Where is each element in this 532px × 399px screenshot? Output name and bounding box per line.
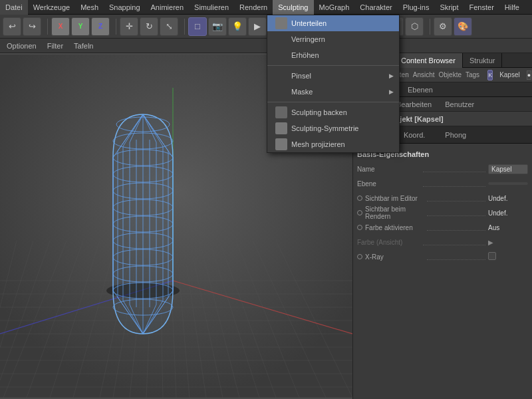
menu-item-backen[interactable]: Sculpting backen (267, 104, 399, 120)
prop-dots-ebene (423, 180, 486, 187)
prop-label-name: Name (357, 166, 420, 173)
toolbar-group-sculpt: ⚙ 🎨 (434, 17, 472, 36)
obj-icon: K (487, 70, 493, 80)
sep1 (47, 19, 48, 35)
menu-simulieren[interactable]: Simulieren (189, 0, 234, 15)
menu-item-symmetrie[interactable]: Sculpting-Symmetrie (267, 120, 399, 136)
radio-xray[interactable] (357, 254, 362, 259)
menu-werkzeuge[interactable]: Werkzeuge (28, 0, 75, 15)
menu-item-symmetrie-label: Sculpting-Symmetrie (291, 124, 358, 132)
props-content: Basis-Eigenschaften Name Kapsel Ebene Si… (353, 144, 532, 399)
obj-name-label: Kapsel (499, 71, 520, 78)
menu-item-pinsel[interactable]: Pinsel (267, 68, 399, 84)
undo-btn[interactable]: ↩ (3, 17, 21, 36)
toolbar2-tafeln[interactable]: Tafeln (71, 41, 96, 51)
obj-status-btn[interactable]: ● (527, 70, 531, 80)
radio-sichtbar-editor[interactable] (357, 196, 362, 201)
sculpt-color-btn[interactable]: 🎨 (454, 17, 472, 36)
sep2 (116, 19, 116, 35)
prop-value-farbe-aktivieren: Aus (488, 224, 528, 231)
prop-value-name[interactable]: Kapsel (488, 164, 528, 174)
menu-rendern[interactable]: Rendern (234, 0, 273, 15)
menu-item-erhoehen[interactable]: Erhöhen (267, 47, 399, 63)
tab-content-browser[interactable]: Content Browser (394, 53, 463, 68)
menu-item-projizieren[interactable]: Mesh projizieren (267, 136, 399, 152)
prop-dots-farbe-ansicht (423, 239, 486, 245)
anim-btn[interactable]: ▶ (248, 17, 267, 36)
prop-row-name: Name Kapsel (357, 162, 528, 176)
rotate-btn[interactable]: ↻ (140, 17, 158, 36)
radio-farbe-aktivieren[interactable] (357, 225, 362, 230)
menu-skript[interactable]: Skript (434, 0, 464, 15)
menu-sep-2 (267, 102, 399, 102)
prop-row-xray: X-Ray (357, 250, 528, 263)
subtab-ebenen[interactable]: Ebenen (400, 84, 440, 96)
toolbar-group-undo: ↩ ↪ (3, 17, 41, 36)
xray-checkbox[interactable] (488, 252, 496, 260)
prop-value-ebene[interactable] (488, 182, 528, 185)
header-label-objekte: Objekte (439, 71, 462, 78)
axis-x-btn[interactable]: X (51, 17, 70, 36)
prop-dots-name (423, 166, 486, 172)
prop-value-farbe-ansicht: ▶ (488, 239, 528, 246)
object-btn[interactable]: □ (188, 17, 207, 36)
toolbar-group-transform: ✛ ↻ ⤡ (120, 17, 178, 36)
menu-mesh[interactable]: Mesh (75, 0, 104, 15)
menu-datei[interactable]: Datei (0, 0, 28, 15)
scale-btn[interactable]: ⤡ (160, 17, 178, 36)
props-tab-phong[interactable]: Phong (436, 128, 475, 142)
prop-row-sichtbar-editor: Sichtbar im Editor Undef. (357, 192, 528, 205)
menu-sculpting[interactable]: Sculpting (273, 0, 313, 15)
menu-item-maske[interactable]: Maske (267, 84, 399, 100)
menu-item-verringern-label: Verringern (291, 35, 325, 43)
menu-fenster[interactable]: Fenster (464, 0, 499, 15)
tab-struktur[interactable]: Struktur (463, 53, 503, 68)
menu-item-maske-label: Maske (291, 88, 313, 96)
menu-mograph[interactable]: MoGraph (314, 0, 355, 15)
prop-dots-farbe-aktivieren (427, 224, 486, 231)
camera-btn[interactable]: 📷 (208, 17, 227, 36)
main-toolbar: ↩ ↪ X Y Z ✛ ↻ ⤡ □ 📷 💡 ▶ 🎬 ▷ ■ ⏩ ◈ ⊞ ⬡ ⚙ … (0, 15, 532, 39)
toolbar2-filter[interactable]: Filter (45, 41, 66, 51)
light-btn[interactable]: 💡 (228, 17, 247, 36)
menu-item-pinsel-label: Pinsel (291, 72, 311, 80)
mode-benutzer[interactable]: Benutzer (441, 99, 478, 110)
axis-y-btn[interactable]: Y (71, 17, 90, 36)
props-tab-koord[interactable]: Koord. (395, 128, 434, 142)
prop-value-xray (488, 252, 528, 261)
prop-value-sichtbar-editor: Undef. (488, 195, 528, 202)
sep6 (430, 19, 430, 35)
menu-item-verringern[interactable]: Verringern (267, 31, 399, 47)
prop-label-xray: X-Ray (365, 253, 424, 261)
prop-label-sichtbar-editor: Sichtbar im Editor (365, 195, 424, 202)
menu-item-erhoehen-label: Erhöhen (291, 51, 319, 59)
menu-animieren[interactable]: Animieren (146, 0, 190, 15)
menu-hilfe[interactable]: Hilfe (499, 0, 525, 15)
sym-icon (275, 122, 287, 134)
toolbar2-optionen[interactable]: Optionen (4, 41, 39, 51)
sculpting-dropdown: Unterteilen Verringern Erhöhen Pinsel Ma… (267, 15, 400, 153)
menu-snapping[interactable]: Snapping (104, 0, 146, 15)
secondary-toolbar: Optionen Filter Tafeln (0, 39, 532, 53)
sep3 (184, 19, 185, 35)
redo-btn[interactable]: ↪ (23, 17, 41, 36)
prop-row-farbe-aktivieren: Farbe aktivieren Aus (357, 221, 528, 234)
menu-charakter[interactable]: Charakter (354, 0, 397, 15)
move-btn[interactable]: ✛ (120, 17, 138, 36)
prop-row-ebene: Ebene (357, 177, 528, 190)
wire-btn[interactable]: ⬡ (405, 17, 424, 36)
menu-sep-1 (267, 65, 399, 66)
menu-item-unterteilen[interactable]: Unterteilen (267, 15, 399, 31)
menu-plugins[interactable]: Plug-ins (398, 0, 435, 15)
prop-label-farbe-ansicht: Farbe (Ansicht) (357, 239, 420, 246)
backen-icon (275, 106, 287, 118)
prop-row-farbe-ansicht: Farbe (Ansicht) ▶ (357, 235, 528, 249)
menu-bar: Datei Werkzeuge Mesh Snapping Animieren … (0, 0, 532, 15)
sculpt-settings-btn[interactable]: ⚙ (434, 17, 452, 36)
axis-z-btn[interactable]: Z (91, 17, 110, 36)
header-label-tags: Tags (466, 71, 479, 78)
menu-item-projizieren-label: Mesh projizieren (291, 140, 345, 148)
radio-sichtbar-render[interactable] (357, 210, 362, 215)
main-area: Attribute Content Browser Struktur Datei… (0, 53, 532, 399)
prop-label-farbe-aktivieren: Farbe aktivieren (365, 224, 424, 231)
